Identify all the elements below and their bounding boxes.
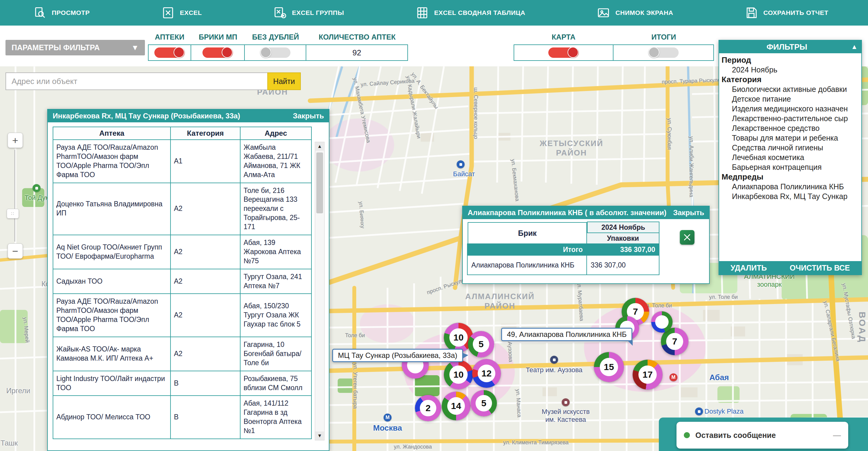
search-button[interactable]: Найти — [267, 72, 301, 90]
column-header-category: Категория — [170, 127, 240, 140]
pie-marker[interactable]: 10 — [444, 360, 473, 389]
toggle-box — [613, 44, 714, 61]
no-duplicates-toggle[interactable] — [260, 47, 290, 58]
poi-label: Театр им. Ауэзова — [526, 366, 582, 374]
pie-marker[interactable]: 15 — [594, 352, 624, 382]
toggle-label: АПТЕКИ — [148, 30, 191, 44]
toolbar-label: EXCEL — [180, 9, 202, 17]
filter-entry[interactable]: Инкарбекова Rx, МЦ Тау Сункар — [721, 191, 859, 201]
delete-filter-button[interactable]: УДАЛИТЬ — [731, 263, 767, 272]
brick-row-value: 336 307,00 — [586, 255, 659, 275]
bricks-toggle[interactable] — [203, 47, 233, 58]
filter-entry[interactable]: Медпреды — [721, 172, 859, 182]
pie-marker[interactable]: 2 — [415, 395, 441, 421]
excel-pivot-icon — [416, 6, 429, 19]
toolbar-label: EXCEL СВОДНАЯ ТАБЛИЦА — [434, 9, 526, 17]
toolbar-item-screenshot[interactable]: СНИМОК ЭКРАНА — [597, 6, 673, 19]
toolbar-item-save-report[interactable]: СОХРАНИТЬ ОТЧЕТ — [745, 6, 829, 19]
pie-marker[interactable]: 12 — [472, 359, 501, 388]
zoom-out-button[interactable]: − — [8, 244, 23, 259]
map-poi-icon — [562, 398, 570, 406]
screenshot-icon — [597, 6, 610, 19]
zoom-slider-track[interactable] — [14, 150, 15, 241]
cell-category: A1 — [170, 140, 240, 183]
table-row[interactable]: Aq Niet Group ТОО/Акниет Групп ТОО/ Евро… — [53, 235, 311, 269]
pie-marker-value: 12 — [482, 368, 491, 379]
poi-label: Иргели — [6, 386, 30, 395]
filter-entry[interactable]: Период — [721, 55, 859, 65]
poi-label: Музей искусств им. Кастеева — [541, 408, 590, 424]
pie-marker[interactable]: 5 — [471, 390, 497, 416]
table-row[interactable]: Рауза АДЕ ТОО/Rauza/Amazon PharmТОО/Амаз… — [53, 294, 311, 337]
toolbar-label: EXCEL ГРУППЫ — [292, 9, 344, 17]
filter-entry[interactable]: Барьерная контрацепция — [721, 162, 859, 172]
filter-entry[interactable]: Категория — [721, 74, 859, 84]
filter-params-button[interactable]: ПАРАМЕТРЫ ФИЛЬТРА ▼ — [5, 40, 145, 55]
cell-category: A2 — [170, 294, 240, 337]
scroll-up-button[interactable]: ▲ — [315, 142, 324, 151]
minimize-chat-button[interactable]: — — [833, 430, 841, 440]
pie-marker[interactable]: 14 — [442, 392, 470, 420]
app-screen: РАЙОН ЖЕТЫСУСКИЙ РАЙОН АЛМАЛИНСКИЙ РАЙОН… — [0, 0, 868, 451]
poi-label: Ташк — [1, 439, 18, 447]
pie-marker-value: 10 — [453, 332, 463, 343]
excel-export-icon[interactable] — [680, 230, 694, 245]
pharmacies-toggle[interactable] — [154, 47, 185, 58]
scrollbar-thumb[interactable] — [316, 153, 323, 213]
pie-marker-value: 17 — [642, 369, 652, 380]
toolbar-item-excel[interactable]: EXCEL — [162, 6, 202, 19]
pharmacy-count-label: КОЛИЧЕСТВО АПТЕК — [306, 30, 408, 44]
pie-marker[interactable]: 17 — [633, 360, 662, 389]
table-row[interactable]: Абдинор ТОО/ Мелисса ТОО B Абая, 141/112… — [53, 396, 311, 439]
street-label: ул. Суюнбая — [666, 118, 673, 150]
filter-entry[interactable]: Товары для матери и ребенка — [721, 133, 859, 143]
clear-all-filters-button[interactable]: ОЧИСТИТЬ ВСЕ — [790, 263, 850, 272]
zoom-in-button[interactable]: + — [8, 133, 23, 148]
pie-marker[interactable] — [651, 311, 673, 333]
collapse-panel-icon[interactable]: ▲ — [851, 43, 858, 51]
pie-marker-value: 7 — [633, 307, 638, 317]
toggle-label: ИТОГИ — [614, 30, 714, 44]
pie-marker[interactable]: 5 — [468, 331, 494, 357]
brick-table: Брик 2024 Ноябрь Упаковки Итого 336 307,… — [468, 222, 704, 275]
pharmacy-popup-close-button[interactable]: Закрыть — [293, 112, 324, 120]
poi-label: Байсат — [453, 170, 475, 178]
cell-pharmacy: Рауза АДЕ ТОО/Rauza/Amazon PharmТОО/Амаз… — [53, 294, 170, 337]
search-input[interactable] — [5, 72, 267, 90]
scroll-down-button[interactable]: ▼ — [315, 431, 324, 440]
filter-entry[interactable]: Средства личной гигиены — [721, 143, 859, 153]
cell-pharmacy: Доценко Татьяна Владимировна ИП — [53, 183, 170, 235]
zoom-slider-handle[interactable]: ∷ — [7, 209, 19, 219]
table-row[interactable]: Садыхан ТОО A2 Тургут Озала, 241 Аптека … — [53, 269, 311, 294]
table-scrollbar[interactable]: ▲ ▼ — [315, 142, 324, 440]
toolbar-item-excel-pivot[interactable]: EXCEL СВОДНАЯ ТАБЛИЦА — [416, 6, 526, 19]
filter-entry[interactable]: 2024 Ноябрь — [721, 65, 859, 74]
brick-popup-titlebar: Алиакпарова Поликлиника КНБ ( в абсолют.… — [463, 206, 709, 219]
toolbar-item-view[interactable]: ПРОСМОТР — [33, 6, 90, 19]
chat-widget[interactable]: Оставить сообщение — — [677, 422, 848, 449]
pharmacy-popup-title: Инкарбекова Rx, МЦ Тау Сункар (Розыбакие… — [53, 112, 240, 120]
cell-category: B — [170, 396, 240, 439]
map-toggle[interactable] — [548, 47, 579, 58]
filter-entry[interactable]: Биологически активные добавки — [721, 84, 859, 94]
table-row[interactable]: Жайык-AS ТОО/Ак- марка Каманова М.К. ИП/… — [53, 337, 311, 371]
toolbar-item-excel-groups[interactable]: EXCEL ГРУППЫ — [274, 6, 344, 19]
filter-entry[interactable]: Лекарственно-растительное сыр — [721, 114, 859, 123]
filter-entry[interactable]: Алиакпарова Поликлиника КНБ — [721, 182, 859, 191]
filter-entry[interactable]: Лечебная косметика — [721, 153, 859, 162]
table-row[interactable]: Доценко Татьяна Владимировна ИП A2 Толе … — [53, 183, 311, 235]
cell-category: A2 — [170, 337, 240, 371]
top-toolbar: ПРОСМОТР EXCEL EXCEL ГРУППЫ EXCEL — [0, 0, 868, 26]
totals-toggle[interactable] — [648, 47, 679, 58]
street-label: Толе би — [345, 332, 365, 339]
cell-category: A2 — [170, 183, 240, 235]
brick-popup-close-button[interactable]: Закрыть — [673, 208, 704, 217]
filter-entry[interactable]: Изделия медицинского назначен — [721, 104, 859, 114]
filter-entry[interactable]: Детское питание — [721, 94, 859, 104]
district-label: ЖЕТЫСУСКИЙ РАЙОН — [540, 139, 603, 158]
brick-column-header: Брик — [468, 222, 587, 244]
filter-entry[interactable]: Лекарственное средство — [721, 123, 859, 133]
cell-pharmacy: Aq Niet Group ТОО/Акниет Групп ТОО/ Евро… — [53, 235, 170, 269]
table-row[interactable]: Light Industry ТОО/Лайт индастри ТОО B Р… — [53, 371, 311, 396]
table-row[interactable]: Рауза АДЕ ТОО/Rauza/Amazon PharmТОО/Амаз… — [53, 140, 311, 183]
